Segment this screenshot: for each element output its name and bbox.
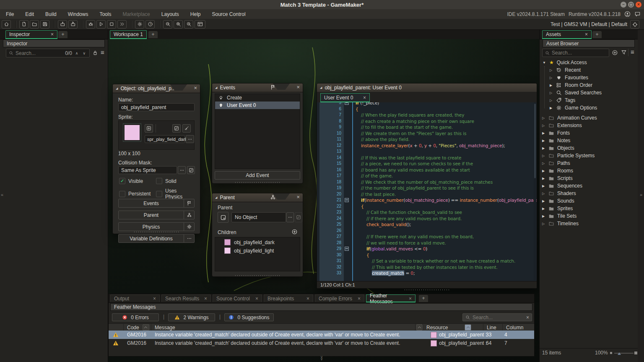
- zoom-slider-track[interactable]: [614, 353, 634, 354]
- tab-close-icon[interactable]: ×: [409, 296, 412, 302]
- sprite-more-button[interactable]: [186, 135, 194, 143]
- build-config-text[interactable]: Test | GMS2 VM | Default | Default: [551, 19, 627, 30]
- chevron-right-icon[interactable]: ▷: [541, 222, 545, 226]
- zoom-reset-button[interactable]: [184, 20, 193, 29]
- preferences-button[interactable]: [135, 20, 144, 29]
- code-line-13[interactable]: 13: [317, 148, 537, 155]
- chevron-right-icon[interactable]: ▶: [541, 214, 545, 218]
- chevron-right-icon[interactable]: ▶: [541, 199, 545, 203]
- code-line-28[interactable]: 28// we will need to force a valid move.: [317, 240, 537, 246]
- code-line-24[interactable]: 24// if there are any valid moves on the…: [317, 216, 537, 222]
- help-button[interactable]: ?: [145, 20, 155, 29]
- tab-assets[interactable]: Assets×: [542, 30, 592, 38]
- events-panel-header[interactable]: ◢ Events ×: [212, 83, 303, 92]
- collapse-left-dock-icon[interactable]: «: [1, 192, 3, 197]
- clear-search-icon[interactable]: ×: [526, 315, 529, 320]
- feather-message-row[interactable]: GM2016Instance variable 'created_match' …: [109, 331, 534, 339]
- code-line-17[interactable]: 17// of the game.: [317, 173, 537, 179]
- code-line-32[interactable]: 32// This will be tested by other instan…: [317, 264, 537, 271]
- code-line-27[interactable]: 27// If there were not any valid moves o…: [317, 234, 537, 240]
- close-icon[interactable]: ×: [296, 194, 300, 200]
- code-line-15[interactable]: 15// a piece, we need to run some checks…: [317, 161, 537, 167]
- fold-marker-icon[interactable]: [345, 198, 349, 202]
- sort-resource-button[interactable]: [465, 324, 471, 331]
- chevron-right-icon[interactable]: ▶: [541, 207, 545, 211]
- tree-item-tags[interactable]: ▷Tags: [540, 96, 638, 104]
- tree-group-sequences[interactable]: ▶Sequences: [540, 182, 638, 190]
- zoom-in-button[interactable]: [174, 20, 183, 29]
- tab-close-icon[interactable]: ×: [358, 296, 361, 302]
- code-line-18[interactable]: 18// We check that the number of obj_mat…: [317, 179, 537, 185]
- tab-breakpoints[interactable]: Breakpoints×: [264, 294, 313, 302]
- tree-item-room-order[interactable]: ▶Room Order: [540, 81, 638, 89]
- add-tab-button[interactable]: +: [58, 31, 68, 38]
- chevron-right-icon[interactable]: ▶: [541, 184, 545, 188]
- event-item-user-event-0[interactable]: User Event 0: [215, 102, 300, 109]
- add-asset-icon[interactable]: [612, 49, 618, 56]
- create-executable-button[interactable]: [58, 20, 67, 29]
- checkbox-box[interactable]: [119, 191, 125, 197]
- tab-compile-errors[interactable]: Compile Errors×: [315, 294, 364, 302]
- clean-button[interactable]: [117, 20, 127, 29]
- checkbox-box[interactable]: ✓: [119, 178, 125, 184]
- tab-source-control[interactable]: Source Control×: [213, 294, 262, 302]
- chevron-right-icon[interactable]: ▶: [541, 146, 545, 150]
- code-line-9[interactable]: 9// to fill the board at the start of th…: [317, 124, 537, 130]
- chevron-right-icon[interactable]: ▷: [541, 161, 545, 165]
- zoom-slider-handle[interactable]: [618, 352, 621, 355]
- collapse-icon[interactable]: ◢: [215, 86, 217, 89]
- column-header-resource[interactable]: Resource: [423, 324, 483, 331]
- feedback-icon[interactable]: [634, 11, 641, 17]
- resize-handle[interactable]: [234, 182, 280, 183]
- run-executable-button[interactable]: [68, 20, 78, 29]
- feather-search-input[interactable]: Search... ×: [462, 313, 532, 321]
- collapse-icon[interactable]: ◢: [116, 87, 118, 90]
- search-next-icon[interactable]: ∨: [81, 51, 87, 55]
- assets-search-input[interactable]: Search...: [542, 49, 609, 57]
- sprite-select-dropdown[interactable]: spr_play_field_dark: [145, 135, 185, 143]
- filter-0-errors[interactable]: 0 Errors: [112, 313, 159, 321]
- parent-object-button[interactable]: [218, 212, 229, 223]
- tree-group-animation-curves[interactable]: ▷Animation Curves: [540, 114, 638, 122]
- edit-image-button[interactable]: [182, 124, 191, 133]
- parent-more-button[interactable]: [286, 212, 294, 222]
- menu-edit[interactable]: Edit: [25, 11, 34, 17]
- tab-close-icon[interactable]: ×: [255, 296, 258, 302]
- checkbox-persistent[interactable]: Persistent: [119, 188, 156, 200]
- checkbox-uses-physics[interactable]: Uses Physics: [156, 188, 195, 200]
- collision-mask-dropdown[interactable]: Same As Sprite: [118, 166, 177, 174]
- chevron-right-icon[interactable]: ▷: [541, 192, 545, 195]
- variable-definitions-section-button[interactable]: Variable Definitions: [118, 234, 195, 243]
- code-editor[interactable]: 5if (!_piece)6{7// When the play field s…: [317, 102, 537, 281]
- checkbox-visible[interactable]: ✓Visible: [119, 178, 156, 184]
- parent-edit-button[interactable]: [295, 212, 302, 222]
- events-section-button[interactable]: Events: [118, 199, 195, 208]
- chevron-right-icon[interactable]: ▷: [541, 154, 545, 158]
- search-prev-icon[interactable]: ∧: [74, 51, 80, 55]
- chevron-right-icon[interactable]: ▷: [549, 68, 553, 72]
- tab-close-icon[interactable]: ×: [363, 95, 366, 101]
- home-button[interactable]: [2, 20, 11, 29]
- chevron-right-icon[interactable]: ▶: [549, 83, 553, 87]
- tree-item-recent[interactable]: ▷Recent: [540, 66, 638, 74]
- tree-group-extensions[interactable]: ▷Extensions: [540, 122, 638, 129]
- menu-build[interactable]: Build: [45, 11, 57, 17]
- tree-item-favourites[interactable]: ▷Favourites: [540, 74, 638, 81]
- zoom-slider-max[interactable]: [634, 352, 637, 354]
- add-child-icon[interactable]: [291, 229, 298, 235]
- menu-help[interactable]: Help: [190, 11, 201, 17]
- chevron-right-icon[interactable]: ▶: [541, 169, 545, 173]
- child-item-obj-playfield-light[interactable]: obj_playfield_light: [215, 247, 300, 254]
- minimize-button[interactable]: –: [621, 2, 626, 8]
- sort-code-button[interactable]: [143, 324, 149, 331]
- parent-section-button[interactable]: Parent: [118, 211, 195, 219]
- close-icon[interactable]: ×: [194, 85, 197, 91]
- zoom-out-button[interactable]: [163, 20, 172, 29]
- code-line-6[interactable]: 6{: [317, 106, 537, 112]
- tree-group-rooms[interactable]: ▶Rooms: [540, 167, 638, 174]
- column-header-message[interactable]: Message: [151, 324, 415, 331]
- zoom-slider-min[interactable]: [610, 352, 612, 354]
- menu-windows[interactable]: Windows: [68, 11, 88, 17]
- chevron-right-icon[interactable]: ▶: [549, 106, 553, 110]
- add-tab-button[interactable]: +: [592, 31, 602, 38]
